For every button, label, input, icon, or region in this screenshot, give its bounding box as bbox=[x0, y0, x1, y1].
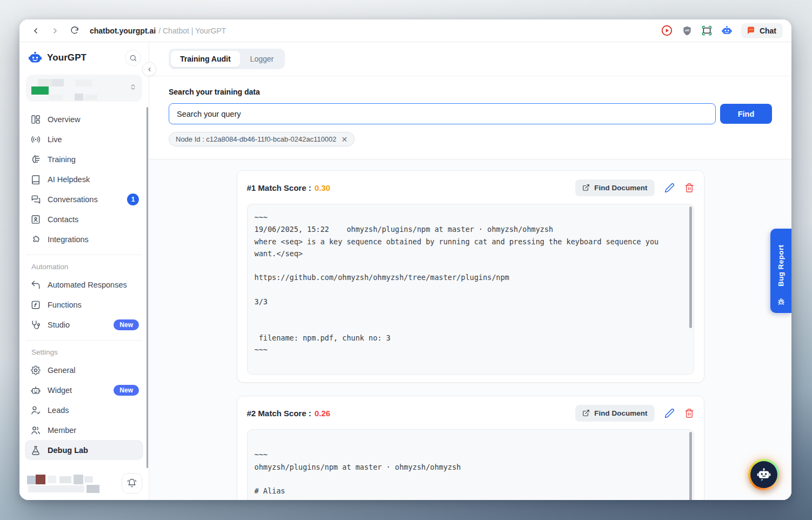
delete-button[interactable] bbox=[684, 183, 694, 193]
user-redacted-block bbox=[74, 475, 83, 484]
workspace-selector[interactable] bbox=[26, 75, 142, 102]
delete-button[interactable] bbox=[684, 408, 694, 418]
user-redacted-block bbox=[36, 475, 45, 484]
node-id-chip-label: Node Id : c12a8084-db46-11f0-bcab-0242ac… bbox=[176, 135, 336, 143]
address-bar[interactable]: chatbot.yourgpt.ai / Chatbot | YourGPT bbox=[90, 26, 226, 35]
sidebar: YourGPT Overview bbox=[19, 42, 149, 500]
user-redacted[interactable] bbox=[26, 472, 107, 494]
chip-close-icon[interactable]: ✕ bbox=[341, 136, 348, 143]
browser-window: chatbot.yourgpt.ai / Chatbot | YourGPT u… bbox=[19, 19, 791, 500]
sidebar-user-row bbox=[26, 471, 142, 496]
codeblock-scrollbar[interactable] bbox=[689, 432, 692, 500]
match-title: #2 Match Score : bbox=[247, 409, 311, 418]
live-broadcast-icon bbox=[30, 134, 41, 145]
chat-bubble-icon bbox=[746, 26, 756, 36]
sidebar-item-automated-responses[interactable]: Automated Responses bbox=[25, 275, 143, 295]
sidebar-item-widget[interactable]: Widget New bbox=[25, 380, 143, 400]
user-redacted-block bbox=[84, 476, 93, 483]
workspace-redacted-block bbox=[84, 95, 97, 100]
yourgpt-logo-icon bbox=[28, 51, 42, 65]
brain-icon bbox=[30, 154, 41, 165]
sidebar-item-debug-lab[interactable]: Debug Lab bbox=[25, 440, 143, 460]
match-result-card: #1 Match Score : 0.30 Find Document bbox=[237, 170, 704, 383]
results-list: #1 Match Score : 0.30 Find Document bbox=[149, 159, 791, 500]
sidebar-item-ai-helpdesk[interactable]: AI Helpdesk bbox=[25, 169, 143, 189]
find-document-label: Find Document bbox=[594, 184, 647, 192]
sidebar-divider bbox=[26, 340, 142, 341]
match-title: #1 Match Score : bbox=[247, 183, 311, 192]
user-redacted-block bbox=[86, 485, 99, 493]
edit-button[interactable] bbox=[664, 183, 675, 193]
sidebar-item-leads[interactable]: Leads bbox=[25, 400, 143, 420]
sidebar-item-studio[interactable]: Studio New bbox=[25, 315, 143, 335]
edit-button[interactable] bbox=[664, 408, 675, 418]
back-icon[interactable] bbox=[28, 23, 43, 38]
brand-name: YourGPT bbox=[47, 52, 86, 63]
stethoscope-icon bbox=[30, 319, 41, 330]
sidebar-item-label: AI Helpdesk bbox=[48, 175, 90, 184]
node-id-filter-chip[interactable]: Node Id : c12a8084-db46-11f0-bcab-0242ac… bbox=[169, 132, 355, 146]
robot-extension-icon[interactable] bbox=[721, 25, 733, 37]
sidebar-collapse-button[interactable] bbox=[142, 62, 156, 76]
workspace-redacted-block bbox=[52, 79, 64, 86]
search-input[interactable] bbox=[169, 103, 716, 124]
find-document-button[interactable]: Find Document bbox=[575, 405, 654, 422]
search-section-title: Search your training data bbox=[169, 88, 772, 96]
record-extension-icon[interactable] bbox=[661, 25, 673, 37]
chunk-content[interactable]: ~~~ 19/06/2025, 15:22 ohmyzsh/plugins/np… bbox=[247, 204, 694, 375]
studio-new-badge: New bbox=[114, 319, 139, 330]
notifications-bell-button[interactable] bbox=[122, 473, 142, 494]
tab-training-audit[interactable]: Training Audit bbox=[171, 51, 240, 67]
match-score: 0.30 bbox=[315, 183, 330, 192]
sidebar-item-label: Member bbox=[48, 426, 76, 435]
reload-icon[interactable] bbox=[67, 23, 82, 38]
chunk-content[interactable]: ~~~ ohmyzsh/plugins/npm at master · ohmy… bbox=[247, 429, 694, 500]
brand-row: YourGPT bbox=[19, 42, 149, 70]
browser-topbar: chatbot.yourgpt.ai / Chatbot | YourGPT u… bbox=[19, 19, 791, 42]
sidebar-item-overview[interactable]: Overview bbox=[25, 109, 143, 129]
find-document-button[interactable]: Find Document bbox=[575, 179, 654, 196]
flask-icon bbox=[30, 445, 41, 456]
book-icon bbox=[30, 174, 41, 185]
section-header-settings: Settings bbox=[31, 348, 143, 356]
user-redacted-block bbox=[48, 476, 56, 483]
sidebar-scrollbar[interactable] bbox=[147, 107, 148, 468]
sidebar-item-label: Studio bbox=[48, 321, 70, 329]
chat-widget-button[interactable] bbox=[748, 459, 780, 490]
tab-logger[interactable]: Logger bbox=[241, 51, 283, 67]
bug-report-button[interactable]: Bug Report bbox=[770, 229, 791, 313]
url-host: chatbot.yourgpt.ai bbox=[90, 26, 156, 35]
sidebar-item-training[interactable]: Training bbox=[25, 149, 143, 169]
svg-text:uO: uO bbox=[685, 29, 690, 32]
workspace-chevrons-icon bbox=[129, 83, 137, 94]
sidebar-item-integrations[interactable]: Integrations bbox=[25, 229, 143, 249]
sidebar-item-label: Integrations bbox=[48, 235, 89, 244]
forward-icon[interactable] bbox=[48, 23, 63, 38]
match-result-card: #2 Match Score : 0.26 Find Document bbox=[237, 396, 704, 500]
sidebar-search-button[interactable] bbox=[125, 50, 141, 66]
sidebar-item-label: Live bbox=[48, 135, 62, 144]
widget-new-badge: New bbox=[114, 385, 139, 396]
sidebar-item-label: Functions bbox=[48, 301, 82, 309]
contact-card-icon bbox=[30, 214, 41, 225]
sidebar-item-live[interactable]: Live bbox=[25, 129, 143, 149]
sidebar-item-general[interactable]: General bbox=[25, 360, 143, 380]
sidebar-item-conversations[interactable]: Conversations 1 bbox=[25, 189, 143, 209]
user-redacted-block bbox=[28, 485, 84, 492]
ublock-shield-icon[interactable]: uO bbox=[681, 25, 693, 37]
sidebar-item-label: General bbox=[48, 366, 76, 375]
codeblock-scrollbar[interactable] bbox=[689, 206, 692, 328]
sidebar-item-label: Debug Lab bbox=[48, 446, 88, 455]
screenshot-frame-icon[interactable] bbox=[701, 25, 713, 37]
workspace-redacted-block bbox=[31, 86, 49, 95]
overview-icon bbox=[30, 114, 41, 125]
sidebar-nav: Overview Live Training AI Helpdesk Conve… bbox=[19, 107, 149, 460]
user-check-icon bbox=[30, 405, 41, 416]
chat-extension-button[interactable]: Chat bbox=[741, 23, 783, 38]
find-button[interactable]: Find bbox=[720, 104, 772, 124]
sidebar-item-functions[interactable]: Functions bbox=[25, 295, 143, 315]
sidebar-item-member[interactable]: Member bbox=[25, 420, 143, 440]
url-path: / Chatbot | YourGPT bbox=[158, 26, 226, 35]
sidebar-item-contacts[interactable]: Contacts bbox=[25, 209, 143, 229]
tab-group: Training Audit Logger bbox=[169, 49, 285, 69]
